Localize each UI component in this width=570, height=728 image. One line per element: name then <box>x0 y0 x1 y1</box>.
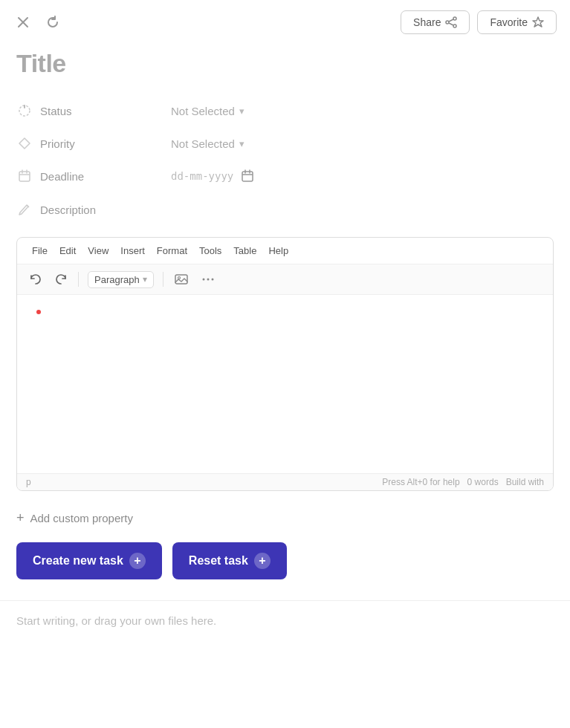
paragraph-chevron-icon: ▾ <box>143 274 147 285</box>
status-value[interactable]: Not Selected ▾ <box>165 102 250 120</box>
action-buttons: Create new task + Reset task + <box>0 533 570 594</box>
header-right: Share Favorite <box>401 10 557 34</box>
description-icon <box>16 203 33 216</box>
paragraph-select[interactable]: Paragraph ▾ <box>88 271 154 288</box>
share-label: Share <box>413 16 441 28</box>
svg-point-24 <box>211 279 213 281</box>
favorite-button[interactable]: Favorite <box>477 10 557 34</box>
favorite-label: Favorite <box>490 16 528 28</box>
priority-row: Priority Not Selected ▾ <box>16 127 554 160</box>
more-options-button[interactable] <box>196 269 220 290</box>
statusbar-right: Press Alt+0 for help 0 words Build with <box>382 477 544 487</box>
calendar-small-icon <box>241 169 254 183</box>
add-property-label: Add custom property <box>30 512 133 524</box>
refresh-button[interactable] <box>43 13 62 32</box>
editor-wrapper: File Edit View Insert Format Tools Table… <box>16 237 554 491</box>
footer-message: Start writing, or drag your own files he… <box>16 614 216 627</box>
undo-icon <box>29 273 42 286</box>
redo-icon <box>54 273 68 286</box>
deadline-icon <box>16 169 33 183</box>
spinner-icon <box>18 104 31 117</box>
editor-body[interactable] <box>17 295 553 473</box>
svg-line-19 <box>27 205 29 207</box>
reset-task-button[interactable]: Reset task + <box>172 542 287 579</box>
editor-menubar: File Edit View Insert Format Tools Table… <box>17 238 553 264</box>
image-button[interactable] <box>169 269 193 290</box>
priority-label-text: Priority <box>40 137 75 150</box>
plus-icon: + <box>16 510 25 526</box>
reset-plus-icon: + <box>254 553 271 569</box>
priority-value-text: Not Selected <box>171 137 235 150</box>
status-label: Status <box>16 104 165 117</box>
editor-toolbar: Paragraph ▾ <box>17 264 553 295</box>
close-icon <box>16 16 30 29</box>
create-task-button[interactable]: Create new task + <box>16 542 162 579</box>
svg-point-2 <box>453 17 456 20</box>
status-value-text: Not Selected <box>171 105 235 117</box>
svg-rect-15 <box>242 172 253 181</box>
create-plus-icon: + <box>129 553 146 569</box>
statusbar-words: 0 words <box>467 477 499 487</box>
toolbar-divider-2 <box>163 272 163 287</box>
menu-tools[interactable]: Tools <box>193 242 227 259</box>
status-icon <box>16 104 33 117</box>
svg-marker-10 <box>19 138 30 149</box>
statusbar-hint: Press Alt+0 for help <box>382 477 459 487</box>
header: Share Favorite <box>0 0 570 42</box>
calendar-icon <box>18 169 31 183</box>
priority-icon <box>16 137 33 150</box>
menu-table[interactable]: Table <box>227 242 262 259</box>
deadline-value[interactable]: dd-mm-yyyy <box>165 166 260 186</box>
editor-container: File Edit View Insert Format Tools Table… <box>16 237 554 491</box>
menu-view[interactable]: View <box>82 242 114 259</box>
reset-task-label: Reset task <box>189 554 248 568</box>
deadline-label: Deadline <box>16 169 165 183</box>
menu-format[interactable]: Format <box>151 242 193 259</box>
more-icon <box>201 272 216 287</box>
svg-line-5 <box>449 19 453 22</box>
create-task-label: Create new task <box>33 554 123 568</box>
statusbar-build: Build with <box>506 477 544 487</box>
status-label-text: Status <box>40 105 72 117</box>
image-icon <box>174 272 189 287</box>
svg-point-4 <box>446 21 449 24</box>
chevron-down-icon: ▾ <box>239 105 244 117</box>
svg-marker-7 <box>533 17 543 27</box>
menu-edit[interactable]: Edit <box>54 242 82 259</box>
editor-statusbar: p Press Alt+0 for help 0 words Build wit… <box>17 473 553 490</box>
refresh-icon <box>46 16 59 29</box>
menu-insert[interactable]: Insert <box>114 242 151 259</box>
priority-value[interactable]: Not Selected ▾ <box>165 134 250 153</box>
svg-point-22 <box>202 279 204 281</box>
menu-help[interactable]: Help <box>262 242 294 259</box>
description-label: Description <box>16 200 165 216</box>
deadline-label-text: Deadline <box>40 170 84 183</box>
svg-rect-11 <box>19 172 30 181</box>
priority-label: Priority <box>16 137 165 150</box>
add-custom-property[interactable]: + Add custom property <box>0 503 149 533</box>
star-icon <box>532 16 544 28</box>
status-row: Status Not Selected ▾ <box>16 94 554 127</box>
close-button[interactable] <box>13 13 33 32</box>
share-button[interactable]: Share <box>401 10 470 34</box>
title-section: Title <box>0 42 570 91</box>
svg-point-3 <box>453 25 456 27</box>
menu-file[interactable]: File <box>26 242 54 259</box>
redo-button[interactable] <box>50 270 72 289</box>
deadline-placeholder: dd-mm-yyyy <box>171 170 233 182</box>
footer-text: Start writing, or drag your own files he… <box>0 601 570 640</box>
svg-point-23 <box>207 279 209 281</box>
chevron-down-icon: ▾ <box>239 138 244 149</box>
page-title[interactable]: Title <box>16 49 554 78</box>
description-label-text: Description <box>40 204 96 216</box>
svg-point-21 <box>178 277 180 279</box>
paragraph-label: Paragraph <box>94 274 140 285</box>
properties-section: Status Not Selected ▾ Priority Not Selec… <box>0 91 570 233</box>
undo-button[interactable] <box>25 270 47 289</box>
editor-bullet <box>36 310 41 314</box>
toolbar-divider <box>78 272 79 287</box>
deadline-row: Deadline dd-mm-yyyy <box>16 160 554 192</box>
pencil-icon <box>18 203 31 216</box>
share-icon <box>445 16 457 28</box>
header-left <box>13 13 62 32</box>
